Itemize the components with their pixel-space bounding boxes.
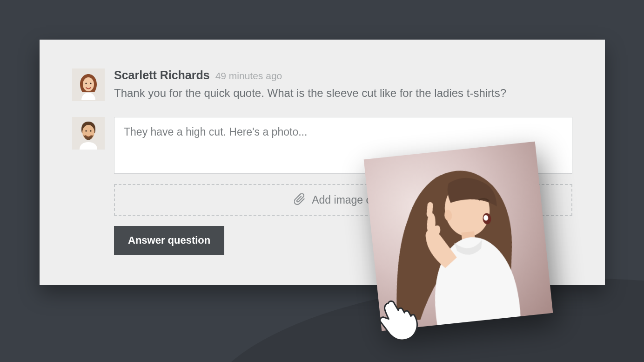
answer-question-button[interactable]: Answer question: [114, 226, 224, 255]
question-row: Scarlett Richards 49 minutes ago Thank y…: [72, 68, 572, 101]
reply-author-avatar: [72, 117, 105, 150]
question-author-avatar: [72, 68, 105, 101]
svg-point-3: [90, 82, 91, 84]
svg-point-7: [90, 130, 91, 131]
paperclip-icon: [294, 193, 306, 206]
question-author-name: Scarlett Richards: [114, 68, 210, 82]
svg-point-6: [85, 130, 87, 131]
svg-point-2: [85, 82, 87, 84]
question-text: Thank you for the quick quote. What is t…: [114, 86, 572, 101]
question-time: 49 minutes ago: [215, 70, 282, 82]
